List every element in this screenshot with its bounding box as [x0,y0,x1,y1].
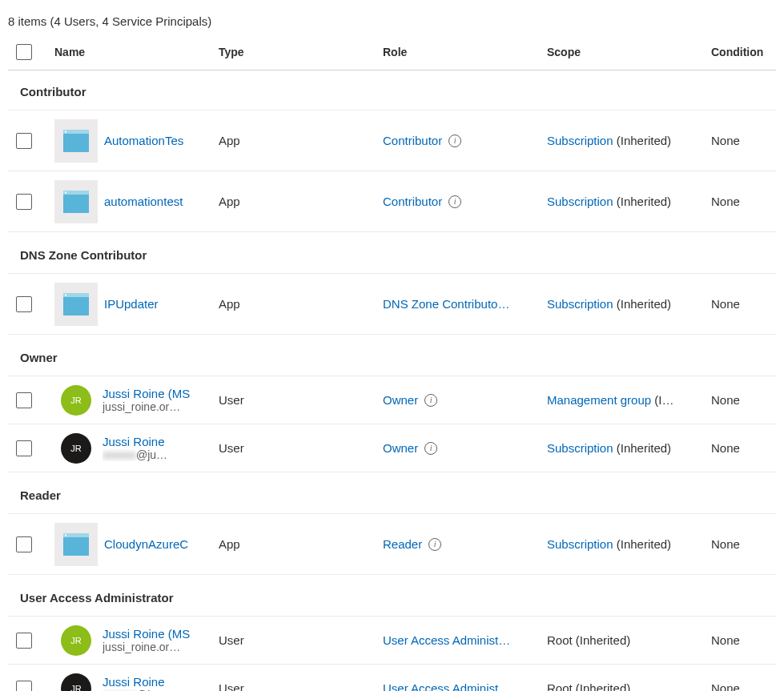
role-link[interactable]: Owner [383,393,418,407]
app-icon [54,180,98,223]
info-icon[interactable]: i [424,442,437,455]
svg-rect-4 [63,191,89,195]
role-link[interactable]: Contributor [383,134,442,147]
condition-cell: None [711,633,775,647]
scope-cell: Subscription (Inherited) [547,537,711,551]
table-row: AutomationTesAppContributoriSubscription… [8,110,776,171]
principal-link[interactable]: IPUpdater [104,297,214,311]
scope-link[interactable]: Subscription [547,537,613,551]
group-header: Contributor [8,70,776,110]
name-cell: automationtest [54,180,219,223]
role-link[interactable]: User Access Administ… [383,633,510,647]
svg-rect-2 [65,131,66,132]
role-link[interactable]: User Access Administ… [383,681,510,691]
type-cell: User [219,441,383,455]
col-name[interactable]: Name [54,46,219,58]
svg-rect-8 [65,294,66,295]
row-checkbox[interactable] [16,194,32,210]
app-icon [54,283,98,326]
role-link[interactable]: Contributor [383,195,442,208]
row-checkbox[interactable] [16,392,32,408]
scope-suffix: (Inherited) [613,195,672,208]
row-checkbox[interactable] [16,633,32,649]
select-all-checkbox[interactable] [16,44,32,60]
scope-suffix: (I… [651,393,673,407]
role-cell: Owneri [383,393,547,407]
role-link[interactable]: Owner [383,441,418,455]
avatar: JR [61,385,91,416]
type-cell: User [219,681,383,691]
avatar: JR [61,625,91,656]
info-icon[interactable]: i [448,135,461,147]
row-checkbox[interactable] [16,440,32,456]
col-role[interactable]: Role [383,46,547,58]
scope-cell: Root (Inherited) [547,633,711,647]
name-cell: JRJussi Roine (MSjussi_roine.or… [54,625,219,656]
principal-link[interactable]: Jussi Roine [103,435,214,448]
role-cell: Owneri [383,441,547,455]
scope-cell: Root (Inherited) [547,681,711,691]
name-cell: AutomationTes [54,119,219,163]
type-cell: App [219,537,383,551]
info-icon[interactable]: i [424,394,437,407]
principal-link[interactable]: Jussi Roine (MS [103,627,214,641]
avatar: JR [61,673,91,692]
role-link[interactable]: Reader [383,537,422,551]
scope-cell: Management group (I… [547,393,711,407]
col-type[interactable]: Type [219,46,383,58]
svg-rect-10 [63,533,89,537]
scope-link[interactable]: Management group [547,393,651,407]
app-icon [54,119,98,163]
svg-rect-7 [63,293,89,297]
row-checkbox[interactable] [16,133,32,149]
row-checkbox[interactable] [16,536,32,552]
condition-cell: None [711,297,775,311]
principal-link[interactable]: automationtest [104,195,214,208]
principal-link[interactable]: CloudynAzureC [104,537,214,551]
row-checkbox[interactable] [16,681,32,692]
type-cell: App [219,134,383,147]
role-cell: User Access Administ… [383,681,547,691]
principal-link[interactable]: Jussi Roine (MS [103,387,214,400]
name-cell: JRJussi Roinexxxxxx@ju… [54,433,219,464]
scope-link[interactable]: Subscription [547,297,613,311]
svg-rect-5 [65,191,66,193]
table-row: JRJussi Roine (MSjussi_roine.or…UserOwne… [8,376,776,424]
scope-suffix: Root (Inherited) [547,681,630,691]
scope-cell: Subscription (Inherited) [547,441,711,455]
condition-cell: None [711,134,775,147]
name-cell: JRJussi Roinexxxxxx@ju… [54,673,219,692]
role-link[interactable]: DNS Zone Contributo… [383,297,509,311]
svg-rect-11 [65,534,66,536]
principal-sub: jussi_roine.or… [103,641,214,653]
scope-link[interactable]: Subscription [547,134,613,147]
scope-link[interactable]: Subscription [547,441,613,455]
condition-cell: None [711,681,775,691]
group-header: DNS Zone Contributor [8,232,776,274]
scope-suffix: (Inherited) [613,441,672,455]
principal-sub: xxxxxx@ju… [103,448,214,461]
scope-link[interactable]: Subscription [547,195,613,208]
role-cell: User Access Administ… [383,633,547,647]
col-condition[interactable]: Condition [711,46,775,58]
name-cell: CloudynAzureC [54,523,219,566]
scope-suffix: (Inherited) [613,134,672,147]
role-cell: Readeri [383,537,547,551]
info-icon[interactable]: i [428,538,441,551]
name-cell: IPUpdater [54,283,219,326]
app-icon [54,523,98,566]
avatar: JR [61,433,91,464]
scope-cell: Subscription (Inherited) [547,134,711,147]
group-header: User Access Administrator [8,575,776,617]
principal-sub: jussi_roine.or… [103,400,214,413]
condition-cell: None [711,441,775,455]
info-icon[interactable]: i [448,195,461,208]
col-scope[interactable]: Scope [547,46,711,58]
scope-suffix: (Inherited) [613,297,672,311]
type-cell: App [219,297,383,311]
row-checkbox[interactable] [16,296,32,312]
group-header: Reader [8,472,776,514]
principal-link[interactable]: Jussi Roine [103,675,214,689]
condition-cell: None [711,393,775,407]
principal-link[interactable]: AutomationTes [104,134,214,147]
